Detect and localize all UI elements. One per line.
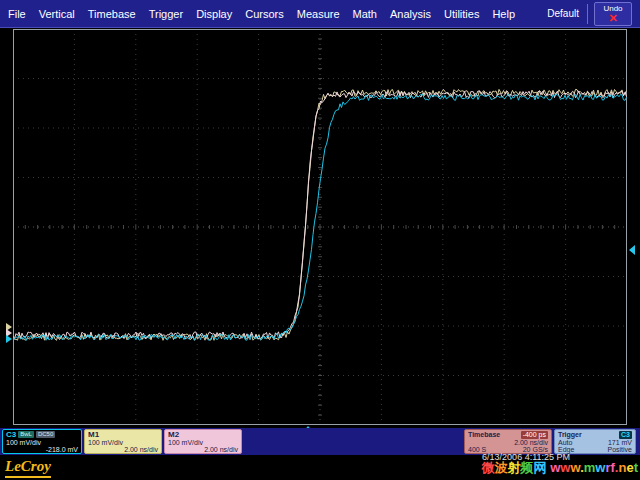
watermark-char: t (634, 460, 638, 475)
footer-bar: LeCroy 6/13/2006 4:11:25 PM 微波射频网 www.mw… (0, 455, 640, 480)
trigger-descriptor[interactable]: Trigger C3 Auto 171 mV Edge Positive (554, 429, 636, 454)
channel-descriptor-c3[interactable]: C3 BwL DC50 100 mV/div -218.0 mV (2, 429, 82, 454)
trigger-slope: Positive (607, 446, 632, 454)
trace-descriptor-m2[interactable]: M2 100 mV/div 2.00 ns/div (164, 429, 242, 454)
c3-offset-marker[interactable] (6, 335, 12, 343)
timebase-delay: -400 ps (521, 431, 548, 439)
lecroy-logo: LeCroy (5, 458, 51, 478)
menu-display[interactable]: Display (196, 8, 232, 20)
watermark-char: 网 (534, 460, 547, 475)
m1-scale: 100 mV/div (88, 439, 123, 447)
menu-utilities[interactable]: Utilities (444, 8, 479, 20)
timebase-descriptor[interactable]: Timebase -400 ps 2.00 ns/div 400 S 20 GS… (464, 429, 552, 454)
status-bar: C3 BwL DC50 100 mV/div -218.0 mV M1 100 … (0, 428, 640, 455)
watermark-char: 射 (508, 460, 521, 475)
watermark-char: e (626, 460, 633, 475)
watermark-char: 微 (482, 460, 495, 475)
oscilloscope-screen: File Vertical Timebase Trigger Display C… (0, 0, 640, 480)
coupling-badge: DC50 (36, 431, 55, 438)
watermark-char: w (560, 460, 570, 475)
c3-scale: 100 mV/div (6, 439, 41, 447)
m2-label: M2 (168, 431, 179, 439)
trigger-label: Trigger (558, 431, 582, 439)
trigger-level-marker[interactable] (629, 245, 635, 255)
m2-timebase: 2.00 ns/div (204, 446, 238, 454)
menu-analysis[interactable]: Analysis (390, 8, 431, 20)
trigger-level: 171 mV (608, 439, 632, 447)
watermark: 微波射频网 www.mwrf.net (482, 459, 638, 477)
menu-cursors[interactable]: Cursors (245, 8, 284, 20)
menu-measure[interactable]: Measure (297, 8, 340, 20)
watermark-char: m (584, 460, 596, 475)
menu-bar-right: Default Undo ✕ (547, 2, 632, 26)
watermark-char: 波 (495, 460, 508, 475)
red-x-icon: ✕ (608, 13, 617, 23)
watermark-char: 频 (521, 460, 534, 475)
m2-scale: 100 mV/div (168, 439, 203, 447)
c3-label: C3 (6, 431, 16, 439)
c3-offset: -218.0 mV (46, 446, 78, 454)
menu-separator (587, 4, 588, 24)
waveform-display (0, 28, 640, 428)
waveform-grid (13, 29, 627, 425)
menu-file[interactable]: File (8, 8, 26, 20)
watermark-char: w (595, 460, 605, 475)
timebase-scale: 2.00 ns/div (514, 439, 548, 447)
menu-timebase[interactable]: Timebase (88, 8, 136, 20)
menu-trigger[interactable]: Trigger (149, 8, 183, 20)
undo-button[interactable]: Undo ✕ (594, 2, 632, 26)
menu-vertical[interactable]: Vertical (39, 8, 75, 20)
timebase-label: Timebase (468, 431, 500, 439)
m1-timebase: 2.00 ns/div (124, 446, 158, 454)
menu-math[interactable]: Math (353, 8, 377, 20)
trigger-mode: Auto (558, 439, 572, 447)
watermark-char: w (570, 460, 580, 475)
menu-bar: File Vertical Timebase Trigger Display C… (0, 0, 640, 28)
trace-descriptor-m1[interactable]: M1 100 mV/div 2.00 ns/div (84, 429, 162, 454)
bandwidth-limit-badge: BwL (18, 431, 34, 438)
m1-label: M1 (88, 431, 99, 439)
setup-default-label[interactable]: Default (547, 8, 579, 19)
watermark-char: w (550, 460, 560, 475)
trigger-source-chip: C3 (619, 431, 632, 439)
menu-help[interactable]: Help (492, 8, 515, 20)
